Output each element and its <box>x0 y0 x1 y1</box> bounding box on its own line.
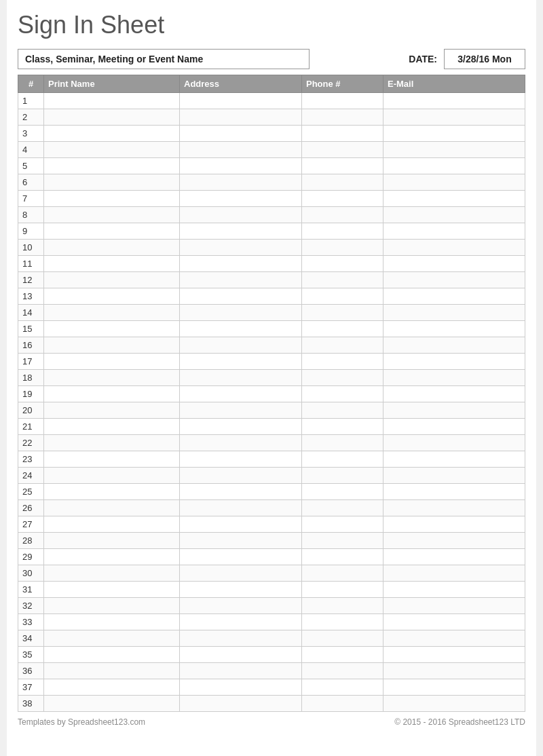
row-address[interactable] <box>180 191 302 207</box>
row-phone[interactable] <box>302 174 383 191</box>
row-name[interactable] <box>44 614 180 630</box>
row-name[interactable] <box>44 565 180 582</box>
row-address[interactable] <box>180 451 302 468</box>
row-name[interactable] <box>44 696 180 712</box>
row-email[interactable] <box>383 582 525 598</box>
row-address[interactable] <box>180 435 302 451</box>
row-address[interactable] <box>180 207 302 223</box>
row-name[interactable] <box>44 402 180 419</box>
row-name[interactable] <box>44 582 180 598</box>
row-phone[interactable] <box>302 321 383 337</box>
row-email[interactable] <box>383 696 525 712</box>
row-address[interactable] <box>180 647 302 663</box>
row-name[interactable] <box>44 207 180 223</box>
row-phone[interactable] <box>302 386 383 402</box>
row-phone[interactable] <box>302 630 383 647</box>
row-email[interactable] <box>383 468 525 484</box>
row-address[interactable] <box>180 419 302 435</box>
row-phone[interactable] <box>302 484 383 500</box>
row-name[interactable] <box>44 272 180 288</box>
row-name[interactable] <box>44 419 180 435</box>
row-email[interactable] <box>383 272 525 288</box>
row-email[interactable] <box>383 614 525 630</box>
row-address[interactable] <box>180 93 302 109</box>
row-address[interactable] <box>180 354 302 370</box>
row-email[interactable] <box>383 240 525 256</box>
row-address[interactable] <box>180 370 302 386</box>
row-phone[interactable] <box>302 370 383 386</box>
row-phone[interactable] <box>302 142 383 158</box>
row-name[interactable] <box>44 240 180 256</box>
row-email[interactable] <box>383 533 525 549</box>
row-address[interactable] <box>180 598 302 614</box>
row-address[interactable] <box>180 142 302 158</box>
row-name[interactable] <box>44 679 180 696</box>
row-email[interactable] <box>383 321 525 337</box>
row-email[interactable] <box>383 402 525 419</box>
row-name[interactable] <box>44 321 180 337</box>
row-address[interactable] <box>180 174 302 191</box>
row-phone[interactable] <box>302 109 383 126</box>
row-name[interactable] <box>44 158 180 174</box>
row-email[interactable] <box>383 370 525 386</box>
row-address[interactable] <box>180 484 302 500</box>
row-email[interactable] <box>383 565 525 582</box>
row-name[interactable] <box>44 142 180 158</box>
row-name[interactable] <box>44 468 180 484</box>
row-email[interactable] <box>383 354 525 370</box>
row-address[interactable] <box>180 109 302 126</box>
row-name[interactable] <box>44 386 180 402</box>
row-email[interactable] <box>383 256 525 272</box>
row-phone[interactable] <box>302 256 383 272</box>
row-address[interactable] <box>180 614 302 630</box>
row-name[interactable] <box>44 630 180 647</box>
row-name[interactable] <box>44 500 180 516</box>
row-phone[interactable] <box>302 500 383 516</box>
row-name[interactable] <box>44 305 180 321</box>
row-name[interactable] <box>44 337 180 354</box>
row-address[interactable] <box>180 288 302 305</box>
row-email[interactable] <box>383 484 525 500</box>
row-name[interactable] <box>44 288 180 305</box>
row-address[interactable] <box>180 630 302 647</box>
row-email[interactable] <box>383 158 525 174</box>
row-phone[interactable] <box>302 93 383 109</box>
row-address[interactable] <box>180 305 302 321</box>
row-name[interactable] <box>44 647 180 663</box>
row-address[interactable] <box>180 240 302 256</box>
row-email[interactable] <box>383 598 525 614</box>
row-email[interactable] <box>383 516 525 533</box>
row-address[interactable] <box>180 516 302 533</box>
row-name[interactable] <box>44 516 180 533</box>
row-email[interactable] <box>383 174 525 191</box>
row-name[interactable] <box>44 598 180 614</box>
row-phone[interactable] <box>302 565 383 582</box>
row-phone[interactable] <box>302 288 383 305</box>
row-email[interactable] <box>383 386 525 402</box>
row-email[interactable] <box>383 109 525 126</box>
row-email[interactable] <box>383 679 525 696</box>
row-address[interactable] <box>180 565 302 582</box>
row-address[interactable] <box>180 321 302 337</box>
row-phone[interactable] <box>302 223 383 240</box>
row-name[interactable] <box>44 663 180 679</box>
row-email[interactable] <box>383 223 525 240</box>
row-phone[interactable] <box>302 158 383 174</box>
row-address[interactable] <box>180 402 302 419</box>
row-address[interactable] <box>180 549 302 565</box>
row-email[interactable] <box>383 126 525 142</box>
row-name[interactable] <box>44 354 180 370</box>
row-email[interactable] <box>383 288 525 305</box>
row-name[interactable] <box>44 126 180 142</box>
row-email[interactable] <box>383 451 525 468</box>
row-email[interactable] <box>383 663 525 679</box>
row-email[interactable] <box>383 337 525 354</box>
row-address[interactable] <box>180 126 302 142</box>
row-phone[interactable] <box>302 516 383 533</box>
row-phone[interactable] <box>302 435 383 451</box>
row-address[interactable] <box>180 663 302 679</box>
row-phone[interactable] <box>302 451 383 468</box>
row-name[interactable] <box>44 109 180 126</box>
row-phone[interactable] <box>302 647 383 663</box>
row-phone[interactable] <box>302 696 383 712</box>
